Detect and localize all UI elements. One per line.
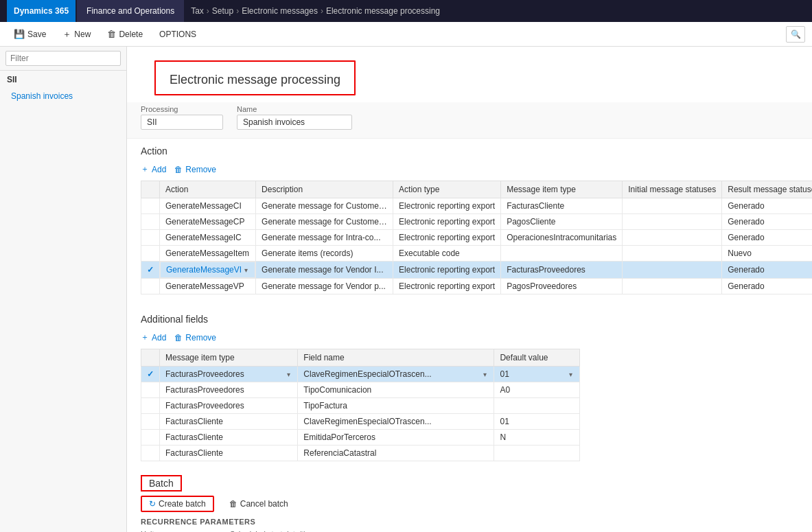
field-check[interactable]	[141, 398, 160, 414]
row-description: Generate message for Intra-co...	[256, 230, 393, 246]
additional-fields-toolbar: ＋ Add 🗑 Remove	[141, 330, 798, 345]
field-name[interactable]: ClaveRegimenEspecialOTrascen... ▾	[298, 367, 494, 382]
cancel-batch-button[interactable]: 🗑 Cancel batch	[222, 497, 295, 511]
search-bar[interactable]: 🔍	[786, 26, 805, 43]
field-check[interactable]	[141, 446, 160, 461]
row-result-status: Generado	[722, 214, 812, 230]
row-action[interactable]: GenerateMessageCP	[160, 214, 256, 230]
row-action-type: Electronic reporting export	[393, 198, 501, 214]
table-row[interactable]: GenerateMessageVP Generate message for V…	[141, 279, 813, 294]
row-action[interactable]: GenerateMessageVP	[160, 279, 256, 294]
field-table-row[interactable]: FacturasProveedores TipoFactura	[141, 398, 580, 414]
name-field: Name	[237, 105, 352, 130]
top-navigation: Dynamics 365 Finance and Operations Tax …	[0, 0, 812, 22]
field-name: TipoComunicacion	[298, 382, 494, 398]
row-check[interactable]	[141, 279, 160, 294]
additional-fields-table: Message item type Field name Default val…	[141, 349, 580, 461]
breadcrumb-electronic-messages[interactable]: Electronic messages	[242, 6, 318, 16]
message-type-dropdown[interactable]: ▾	[286, 371, 292, 378]
action-toolbar: ＋ Add 🗑 Remove	[141, 162, 798, 176]
cancel-batch-icon: 🗑	[229, 499, 237, 509]
row-action[interactable]: GenerateMessageIC	[160, 230, 256, 246]
action-col-initial-status: Initial message statuses	[623, 181, 722, 198]
field-table-row[interactable]: FacturasProveedores TipoComunicacion A0	[141, 382, 580, 398]
action-col-type: Action type	[393, 181, 501, 198]
breadcrumb: Tax › Setup › Electronic messages › Elec…	[191, 6, 440, 16]
row-check[interactable]	[141, 214, 160, 230]
row-description: Generate message for Vendor p...	[256, 279, 393, 294]
filter-input[interactable]	[5, 51, 121, 66]
field-col-check	[141, 349, 160, 367]
row-result-status: Nuevo	[722, 246, 812, 262]
app-name[interactable]: Finance and Operations	[77, 0, 184, 22]
field-table-row-selected[interactable]: ✓ FacturasProveedores ▾ ClaveRegimenEspe…	[141, 367, 580, 382]
field-check[interactable]	[141, 430, 160, 446]
row-action-type: Electronic reporting export	[393, 214, 501, 230]
field-message-type: FacturasProveedores	[160, 398, 298, 414]
row-result-status: Generado	[722, 230, 812, 246]
row-check[interactable]	[141, 198, 160, 214]
add-icon2: ＋	[141, 332, 149, 343]
field-table-row[interactable]: FacturasCliente ClaveRegimenEspecialOTra…	[141, 414, 580, 430]
brand-logo[interactable]: Dynamics 365	[7, 0, 76, 22]
field-name-dropdown[interactable]: ▾	[482, 371, 488, 378]
row-action-type: Executable code	[393, 246, 501, 262]
action-col-action: Action	[160, 181, 256, 198]
row-initial-status	[623, 198, 722, 214]
field-default-value	[494, 446, 580, 461]
fields-add-button[interactable]: ＋ Add	[141, 330, 166, 345]
breadcrumb-tax[interactable]: Tax	[191, 6, 204, 16]
table-row[interactable]: GenerateMessageIC Generate message for I…	[141, 230, 813, 246]
row-action-type: Electronic reporting export	[393, 279, 501, 294]
row-check[interactable]	[141, 230, 160, 246]
row-message-type: OperacionesIntracomunitarias	[501, 230, 623, 246]
row-initial-status	[623, 230, 722, 246]
action-add-button[interactable]: ＋ Add	[141, 162, 166, 176]
field-table-row[interactable]: FacturasCliente EmitidaPorTerceros N	[141, 430, 580, 446]
new-button[interactable]: ＋ New	[56, 25, 97, 43]
row-initial-status	[623, 279, 722, 294]
row-action[interactable]: GenerateMessageVI ▾	[160, 262, 255, 278]
processing-label: Processing	[141, 105, 223, 113]
remove-icon2: 🗑	[174, 333, 183, 343]
field-check[interactable]: ✓	[141, 367, 160, 382]
fields-remove-button[interactable]: 🗑 Remove	[174, 330, 216, 345]
breadcrumb-setup[interactable]: Setup	[212, 6, 233, 16]
table-row[interactable]: GenerateMessageCP Generate message for C…	[141, 214, 813, 230]
options-button[interactable]: OPTIONS	[152, 27, 203, 42]
default-value-dropdown[interactable]: ▾	[568, 371, 574, 378]
sidebar: SII Spanish invoices	[0, 47, 127, 532]
row-initial-status	[623, 262, 722, 279]
page-title: Electronic message processing	[154, 60, 356, 95]
action-cell-dropdown[interactable]: ▾	[243, 266, 249, 274]
save-button[interactable]: 💾 Save	[7, 26, 53, 42]
table-row[interactable]: GenerateMessageCI Generate message for C…	[141, 198, 813, 214]
name-input[interactable]	[237, 115, 352, 130]
row-message-type[interactable]: FacturasProveedores	[501, 262, 623, 279]
row-check[interactable]: ✓	[141, 262, 160, 279]
row-description: Generate message for Customer...	[256, 198, 393, 214]
recurrence-title: RECURRENCE PARAMETERS	[141, 518, 798, 526]
field-check[interactable]	[141, 382, 160, 398]
delete-button[interactable]: 🗑 Delete	[100, 26, 150, 42]
field-default-value: A0	[494, 382, 580, 398]
action-remove-button[interactable]: 🗑 Remove	[174, 162, 216, 176]
create-batch-button[interactable]: ↻ Create batch	[141, 496, 214, 512]
field-check[interactable]	[141, 414, 160, 430]
save-icon: 💾	[14, 29, 25, 39]
row-action[interactable]: GenerateMessageItem	[160, 246, 256, 262]
sidebar-item-spanish-invoices[interactable]: Spanish invoices	[0, 89, 126, 104]
field-message-type[interactable]: FacturasProveedores ▾	[160, 367, 298, 382]
row-action[interactable]: GenerateMessageCI	[160, 198, 256, 214]
action-section-title: Action	[141, 146, 798, 157]
table-row-selected[interactable]: ✓ GenerateMessageVI ▾ Generate message f…	[141, 262, 813, 279]
batch-title: Batch	[141, 475, 182, 491]
action-col-description: Description	[256, 181, 393, 198]
field-default-value[interactable]: 01 ▾	[494, 367, 580, 382]
row-message-type: FacturasCliente	[501, 198, 623, 214]
table-row[interactable]: GenerateMessageItem Generate items (reco…	[141, 246, 813, 262]
additional-fields-title: Additional fields	[141, 314, 798, 325]
row-check[interactable]	[141, 246, 160, 262]
recurrence-section: RECURRENCE PARAMETERS Unit Minutes Hours…	[141, 518, 798, 532]
field-table-row[interactable]: FacturasCliente ReferenciaCatastral	[141, 446, 580, 461]
